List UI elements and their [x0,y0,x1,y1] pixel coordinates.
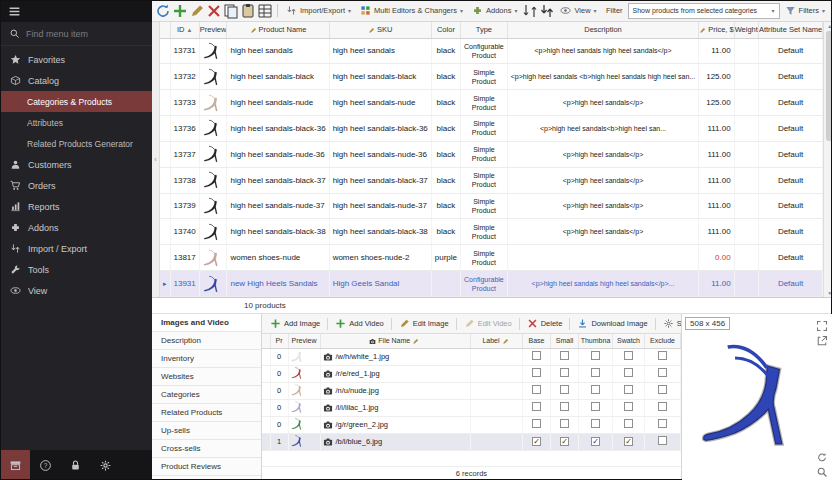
fullscreen-icon[interactable] [816,318,828,330]
images-header-thumbna[interactable]: Thumbna [579,334,613,348]
base-checkbox[interactable] [532,419,541,428]
edit-product-button[interactable] [189,3,205,19]
image-row-l-i-lilac-1-jpg[interactable]: 0/l/i/lilac_1.jpg [262,399,681,416]
sidebar-item-import-export[interactable]: Import / Export [0,238,152,259]
thumbnail-checkbox[interactable] [591,385,600,394]
thumbnail-checkbox[interactable] [591,368,600,377]
import-export-menu[interactable]: Import/Export▾ [282,3,355,18]
exclude-checkbox[interactable] [658,402,667,411]
tab-product-reviews[interactable]: Product Reviews [152,458,261,476]
images-header-label[interactable]: Label [471,334,523,348]
row-expander[interactable]: ▸ [160,271,170,297]
small-checkbox[interactable]: ✓ [560,437,569,446]
base-checkbox[interactable]: ✓ [532,437,541,446]
thumbnail-checkbox[interactable]: ✓ [591,437,600,446]
sidebar-item-view[interactable]: View [0,280,152,301]
delete-product-button[interactable] [206,3,222,19]
download-image-button[interactable]: Download Image [574,316,650,331]
paste-button[interactable] [240,3,256,19]
image-row-r-e-red-1-jpg[interactable]: 0/r/e/red_1.jpg [262,365,681,382]
product-row-13731[interactable]: 13731high heel sandalshigh heel sandalsb… [160,38,823,64]
sidebar-search-input[interactable]: Find menu item [0,22,152,46]
small-checkbox[interactable] [560,351,569,360]
thumbnail-checkbox[interactable] [591,351,600,360]
transfer-button[interactable] [539,3,555,19]
small-checkbox[interactable] [560,402,569,411]
grid-header-description[interactable]: Description [507,22,698,38]
sidebar-item-favorites[interactable]: Favorites [0,49,152,70]
filters-menu[interactable]: Filters▾ [781,3,829,18]
product-row-13736[interactable]: 13736high heel sandals-black-36high heel… [160,116,823,142]
grid-header-product-name[interactable]: Product Name [227,22,329,38]
grid-header-attribute-set-name[interactable]: Attribute Set Name [758,22,822,38]
product-row-13732[interactable]: 13732high heel sandals-blackhigh heel sa… [160,64,823,90]
swatch-checkbox[interactable] [624,351,633,360]
delete-button[interactable]: Delete [524,316,566,331]
rotate-icon[interactable] [816,449,828,461]
images-header-swatch[interactable]: Swatch [613,334,645,348]
product-row-13739[interactable]: 13739high heel sandals-nude-37high heel … [160,193,823,219]
zoom-icon[interactable] [816,464,828,476]
base-checkbox[interactable] [532,351,541,360]
addons-menu[interactable]: Addons▾ [468,3,521,18]
image-row-w-h-white-1-jpg[interactable]: 0/w/h/white_1.jpg [262,348,681,365]
product-row-13733[interactable]: 13733high heel sandals-nudehigh heel san… [160,90,823,116]
tab-up-sells[interactable]: Up-sells [152,422,261,440]
tab-inventory[interactable]: Inventory [152,350,261,368]
thumbnail-checkbox[interactable] [591,419,600,428]
exclude-checkbox[interactable] [658,419,667,428]
grid-header-id[interactable]: ID▲ [170,22,199,38]
image-row-b-l-blue-6-jpg[interactable]: 1/b/l/blue_6.jpg✓✓✓✓ [262,433,681,450]
sidebar-item-orders[interactable]: Orders [0,175,152,196]
images-header-file-name[interactable]: File Name [320,334,471,348]
exclude-checkbox[interactable] [658,368,667,377]
tab-cross-sells[interactable]: Cross-sells [152,440,261,458]
columns-button[interactable] [257,3,273,19]
open-external-icon[interactable] [816,333,828,345]
grid-scrollbar[interactable]: ▲ ▼ [823,22,832,297]
images-header-pr[interactable]: Pr [270,334,288,348]
archive-button[interactable] [0,450,30,480]
sidebar-item-tools[interactable]: Tools [0,259,152,280]
swatch-checkbox[interactable] [624,385,633,394]
grid-header-preview[interactable]: Preview [199,22,227,38]
image-row-g-r-green-2-jpg[interactable]: 0/g/r/green_2.jpg [262,416,681,433]
images-header-exclude[interactable]: Exclude [645,334,681,348]
tab-categories[interactable]: Categories [152,386,261,404]
add-product-button[interactable] [172,3,188,19]
lock-button[interactable] [60,450,90,480]
product-row-13740[interactable]: 13740high heel sandals-black-38high heel… [160,219,823,245]
small-checkbox[interactable] [560,419,569,428]
sidebar-item-related-products-generator[interactable]: Related Products Generator [0,133,152,154]
exclude-checkbox[interactable] [658,351,667,360]
image-row-n-u-nude-jpg[interactable]: 0/n/u/nude.jpg [262,382,681,399]
swatch-checkbox[interactable] [624,402,633,411]
grid-header-color[interactable]: Color [431,22,460,38]
base-checkbox[interactable] [532,368,541,377]
sort-button[interactable] [522,3,538,19]
sidebar-item-categories-products[interactable]: Categories & Products [0,91,152,112]
small-checkbox[interactable] [560,368,569,377]
sidebar-item-reports[interactable]: Reports [0,196,152,217]
edit-image-button[interactable]: Edit Image [396,316,452,331]
tab-related-products[interactable]: Related Products [152,404,261,422]
panel-collapse-handle[interactable]: ‹ [152,22,160,297]
category-filter-select[interactable]: Show products from selected categories▾ [628,3,780,19]
images-header-base[interactable]: Base [523,334,551,348]
tab-description[interactable]: Description [152,332,261,350]
scroll-thumb[interactable] [826,31,832,141]
refresh-button[interactable] [155,3,171,19]
settings-button[interactable] [90,450,120,480]
tab-websites[interactable]: Websites [152,368,261,386]
swatch-checkbox[interactable]: ✓ [624,437,633,446]
sidebar-item-catalog[interactable]: Catalog [0,70,152,91]
base-checkbox[interactable] [532,402,541,411]
swatch-checkbox[interactable] [624,368,633,377]
exclude-checkbox[interactable] [658,436,667,445]
product-row-13738[interactable]: 13738high heel sandals-black-37high heel… [160,167,823,193]
grid-header-type[interactable]: Type [461,22,508,38]
set-resize-rule-button[interactable]: Set Resize Rule ▾ [660,316,681,331]
view-menu[interactable]: View▾ [556,3,600,18]
sidebar-item-customers[interactable]: Customers [0,154,152,175]
product-row-13737[interactable]: 13737high heel sandals-nude-36high heel … [160,141,823,167]
